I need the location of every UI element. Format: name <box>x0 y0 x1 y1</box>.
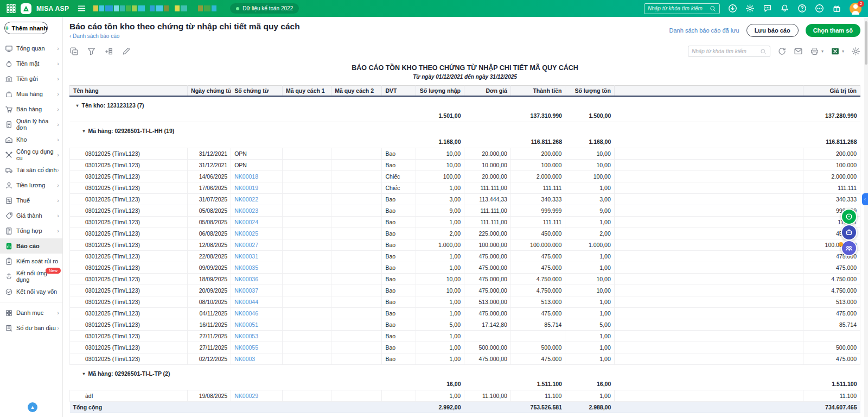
add-column-icon[interactable] <box>104 47 113 56</box>
document-link[interactable]: NK00055 <box>234 344 258 351</box>
data-row[interactable]: 03012025 (Tím/L123)14/06/2025NK00018Chiế… <box>70 170 860 182</box>
document-link[interactable]: NK00037 <box>234 287 258 294</box>
document-link[interactable]: NK00029 <box>234 393 258 399</box>
saved-reports-link[interactable]: Danh sách báo cáo đã lưu <box>669 27 739 34</box>
scroll-up-fab[interactable]: ▲ <box>28 402 37 412</box>
data-row[interactable]: 03012025 (Tím/L123)31/07/2025NK00022Bao3… <box>70 193 860 205</box>
data-row[interactable]: 03012025 (Tím/L123)31/12/2021OPNBao10,00… <box>70 159 860 170</box>
side-panel-expand-tab[interactable]: ‹ <box>862 193 868 205</box>
choose-params-button[interactable]: Chọn tham số <box>806 24 860 37</box>
sidebar-item-costing[interactable]: Giá thành› <box>0 208 62 223</box>
sidebar-item-categories[interactable]: Danh mục› <box>0 305 62 320</box>
sidebar-item-synthesis[interactable]: Tổng hợp› <box>0 223 62 238</box>
email-icon[interactable] <box>794 47 803 56</box>
document-link[interactable]: NK00023 <box>234 207 258 214</box>
data-row[interactable]: 03012025 (Tím/L123)09/09/2025NK00035Bao1… <box>70 262 860 273</box>
refresh-icon[interactable] <box>777 47 787 56</box>
collapse-caret-icon[interactable]: ▾ <box>76 103 79 108</box>
sidebar-item-risk[interactable]: Kiểm soát rủi ro <box>0 254 62 269</box>
table-settings-gear-icon[interactable] <box>851 47 860 56</box>
document-link[interactable]: NK00044 <box>234 299 258 305</box>
data-row[interactable]: 03012025 (Tím/L123)31/12/2021OPNBao10,00… <box>70 148 860 159</box>
sidebar-item-tax[interactable]: Thuế› <box>0 193 62 208</box>
data-row[interactable]: 03012025 (Tím/L123)27/11/2025NK00055Bao1… <box>70 342 860 353</box>
topbar-search-input[interactable] <box>648 5 707 11</box>
data-row[interactable]: 03012025 (Tím/L123)08/10/2025NK00044Bao1… <box>70 296 860 307</box>
sidebar-item-tools[interactable]: Công cụ dụng cụ› <box>0 147 62 162</box>
document-link[interactable]: NK0003 <box>234 356 255 362</box>
group-row[interactable]: ▾Mã hàng: 02926501-TI-L-HH (19) <box>70 122 860 136</box>
document-link[interactable]: NK00018 <box>234 173 258 180</box>
table-search[interactable] <box>688 46 770 57</box>
data-row[interactable]: àdf19/08/2025NK000291,0011.100,0011.1001… <box>70 390 860 402</box>
table-search-input[interactable] <box>692 48 757 54</box>
document-link[interactable]: NK00051 <box>234 321 258 328</box>
collapse-rows-icon[interactable] <box>69 47 79 56</box>
sidebar-item-connect_app[interactable]: Kết nối ứng dụngNew <box>0 269 62 284</box>
collapse-caret-icon[interactable]: ▾ <box>83 371 85 376</box>
settings-icon[interactable] <box>745 4 755 13</box>
data-row[interactable]: 03012025 (Tím/L123)12/08/2025NK00027Bao1… <box>70 239 860 250</box>
database-badge[interactable]: Dữ liệu kế toán 2022 <box>230 3 299 14</box>
community-fab[interactable] <box>841 240 857 256</box>
chatbot-fab[interactable] <box>841 224 857 241</box>
data-row[interactable]: 03012025 (Tím/L123)22/08/2025NK00031Bao1… <box>70 250 860 262</box>
group-row[interactable]: ▾Tên kho: 123123123 (7) <box>70 96 860 110</box>
save-report-button[interactable]: Lưu báo cáo <box>746 24 799 37</box>
collapse-caret-icon[interactable]: ▾ <box>83 129 85 134</box>
data-row[interactable]: 03012025 (Tím/L123)20/09/2025NK00037Bao1… <box>70 285 860 296</box>
sidebar-item-bank[interactable]: Tiền gửi› <box>0 71 62 86</box>
excel-export-icon[interactable] <box>831 47 840 56</box>
sidebar-item-sales[interactable]: Bán hàng› <box>0 102 62 117</box>
hamburger-menu-icon[interactable] <box>77 4 86 13</box>
excel-dropdown-caret[interactable]: ▾ <box>842 49 844 54</box>
help-icon[interactable] <box>797 4 807 13</box>
breadcrumb[interactable]: ‹ Danh sách báo cáo <box>69 33 300 39</box>
edit-pencil-icon[interactable] <box>122 47 131 56</box>
user-avatar[interactable]: 2 <box>850 3 861 15</box>
document-link[interactable]: NK00035 <box>234 264 258 271</box>
document-link[interactable]: NK00046 <box>234 310 258 317</box>
sidebar-item-connect_loan[interactable]: Kết nối vay vốn <box>0 284 62 299</box>
document-link[interactable]: NK00025 <box>234 230 258 237</box>
print-icon[interactable] <box>810 47 819 56</box>
document-link[interactable]: NK00027 <box>234 242 258 248</box>
document-link[interactable]: NK00036 <box>234 276 258 282</box>
data-row[interactable]: 03012025 (Tím/L123)17/06/2025NK00019Chiế… <box>70 182 860 193</box>
sidebar-item-assets[interactable]: Tài sản cố định› <box>0 162 62 178</box>
sidebar-item-overview[interactable]: Tổng quan› <box>0 41 62 56</box>
whats-new-gift-icon[interactable] <box>832 4 841 13</box>
document-link[interactable]: NK00031 <box>234 253 258 260</box>
sidebar-item-opening[interactable]: Số dư ban đầu› <box>0 320 62 336</box>
data-row[interactable]: 03012025 (Tím/L123)04/11/2025NK00046Bao1… <box>70 307 860 319</box>
document-link[interactable]: NK00024 <box>234 219 258 225</box>
filter-icon[interactable] <box>87 47 96 56</box>
notifications-bell-icon[interactable] <box>780 4 789 13</box>
document-link[interactable]: NK00053 <box>234 333 258 339</box>
more-options-icon[interactable] <box>815 4 824 13</box>
document-link[interactable]: NK00022 <box>234 196 258 203</box>
sidebar-item-cash[interactable]: Tiền mặt› <box>0 56 62 71</box>
data-row[interactable]: 03012025 (Tím/L123)27/11/2025NK00053Bao1… <box>70 330 860 342</box>
sidebar-item-warehouse[interactable]: Kho› <box>0 132 62 147</box>
sidebar-item-invoice[interactable]: Quản lý hóa đơn› <box>0 117 62 132</box>
data-row[interactable]: 03012025 (Tím/L123)05/08/2025NK00023Bao9… <box>70 205 860 216</box>
download-icon[interactable] <box>728 4 737 13</box>
apps-grid-icon[interactable] <box>7 4 16 13</box>
topbar-search[interactable] <box>644 3 720 14</box>
print-dropdown-caret[interactable]: ▾ <box>821 49 824 54</box>
sidebar-item-purchase[interactable]: Mua hàng› <box>0 86 62 102</box>
scrollbar-thumb[interactable] <box>865 21 867 65</box>
chat-icon[interactable] <box>763 4 772 13</box>
data-row[interactable]: 03012025 (Tím/L123)05/08/2025NK00024Bao1… <box>70 216 860 228</box>
vertical-scrollbar[interactable] <box>864 18 868 417</box>
sidebar-item-report[interactable]: Báo cáo <box>0 238 62 254</box>
misa-logo[interactable] <box>21 3 31 14</box>
document-link[interactable]: NK00019 <box>234 185 258 191</box>
sidebar-item-payroll[interactable]: Tiền lương› <box>0 178 62 193</box>
data-row[interactable]: 03012025 (Tím/L123)06/08/2025NK00025Bao2… <box>70 228 860 239</box>
data-row[interactable]: 03012025 (Tím/L123)18/09/2025NK00036Bao1… <box>70 273 860 285</box>
group-row[interactable]: ▾Mã hàng: 02926501-TI-L-TP (2) <box>70 364 860 378</box>
support-zalo-fab[interactable] <box>841 208 857 225</box>
data-row[interactable]: 03012025 (Tím/L123)16/11/2025NK00051Bao5… <box>70 319 860 330</box>
